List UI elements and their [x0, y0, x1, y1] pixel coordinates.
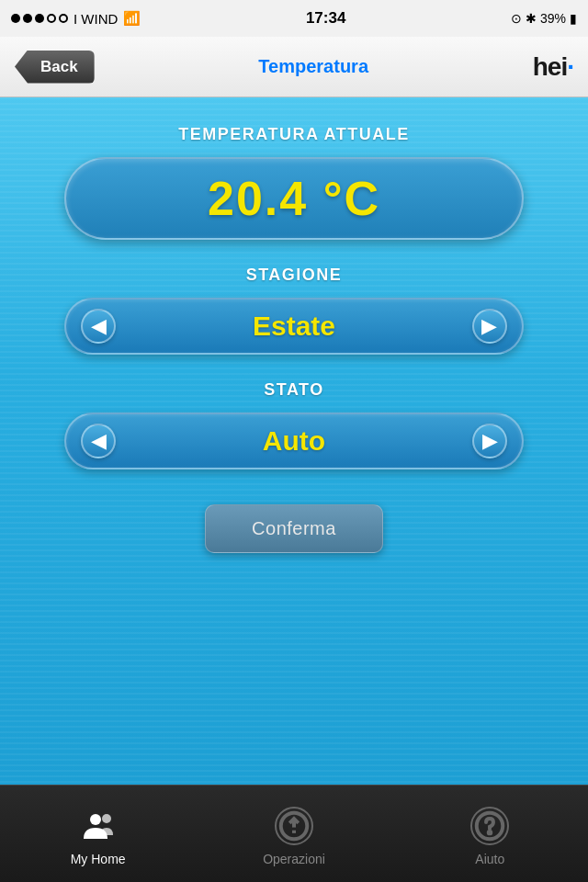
battery-icon: ▮ — [570, 11, 577, 26]
dot5 — [59, 14, 68, 23]
bluetooth-icon: ✱ — [526, 11, 537, 26]
status-time: 17:34 — [306, 9, 345, 28]
stato-prev-button[interactable]: ◀ — [81, 424, 116, 458]
nav-bar: Back Temperatura hei· — [0, 37, 588, 97]
status-bar: I WIND 📶 17:34 ⊙ ✱ 39% ▮ — [0, 0, 588, 37]
stato-selector[interactable]: ◀ Auto ▶ — [64, 413, 524, 469]
stagione-next-button[interactable]: ▶ — [472, 309, 507, 344]
tab-bar: My Home Operazioni — [0, 785, 588, 882]
tab-operazioni[interactable]: Operazioni — [196, 805, 391, 866]
back-button[interactable]: Back — [15, 51, 95, 84]
stagione-label: STAGIONE — [246, 266, 343, 285]
tab-aiuto[interactable]: Aiuto — [392, 805, 588, 866]
wifi-icon: 📶 — [123, 10, 141, 27]
status-right: ⊙ ✱ 39% ▮ — [511, 11, 577, 26]
temperature-display: 20.4 °C — [64, 157, 524, 240]
temperature-value: 20.4 °C — [208, 171, 380, 226]
svg-point-6 — [489, 831, 492, 834]
aiuto-circle-icon — [470, 807, 509, 845]
tab-my-home[interactable]: My Home — [0, 805, 196, 866]
hei-logo: hei· — [533, 52, 573, 82]
hei-dot: · — [567, 52, 573, 81]
temperatura-attuale-label: TEMPERATURA ATTUALE — [178, 125, 409, 144]
stato-value: Auto — [263, 425, 325, 457]
dot4 — [47, 14, 56, 23]
stagione-prev-button[interactable]: ◀ — [81, 309, 116, 344]
operazioni-icon — [273, 805, 315, 847]
stato-label: STATO — [264, 380, 324, 400]
stagione-selector[interactable]: ◀ Estate ▶ — [64, 298, 524, 355]
dot2 — [23, 14, 32, 23]
tab-aiuto-label: Aiuto — [475, 852, 504, 866]
svg-point-1 — [102, 814, 111, 823]
main-content: TEMPERATURA ATTUALE 20.4 °C STAGIONE ◀ E… — [0, 97, 588, 785]
nav-title: Temperatura — [258, 56, 368, 77]
my-home-icon — [77, 805, 119, 847]
tab-my-home-label: My Home — [71, 852, 126, 866]
carrier-label: I WIND — [74, 11, 118, 27]
conferma-button[interactable]: Conferma — [205, 504, 383, 553]
signal-dots — [11, 14, 68, 23]
status-left: I WIND 📶 — [11, 10, 141, 27]
operazioni-circle-icon — [275, 807, 313, 845]
battery-label: 39% — [540, 11, 566, 26]
aiuto-icon — [469, 805, 511, 847]
dot3 — [35, 14, 44, 23]
alarm-icon: ⊙ — [511, 11, 522, 26]
dot1 — [11, 14, 20, 23]
stagione-value: Estate — [253, 311, 335, 342]
tab-operazioni-label: Operazioni — [263, 852, 325, 866]
svg-point-0 — [90, 814, 101, 825]
stato-next-button[interactable]: ▶ — [472, 424, 507, 458]
